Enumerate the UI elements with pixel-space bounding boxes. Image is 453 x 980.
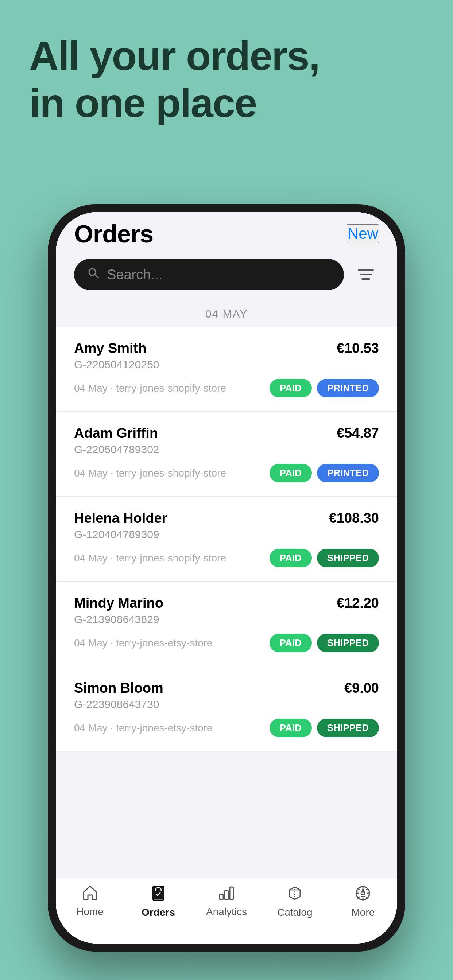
order-date-store: 04 May · terry-jones-shopify-store <box>74 552 226 564</box>
search-bar[interactable]: Search... <box>74 259 344 290</box>
order-date-store: 04 May · terry-jones-shopify-store <box>74 468 226 479</box>
order-tags: PAID SHIPPED <box>270 719 379 737</box>
nav-analytics-label: Analytics <box>206 906 247 918</box>
order-name: Adam Griffin <box>74 425 158 441</box>
svg-rect-6 <box>230 887 233 899</box>
paid-tag: PAID <box>270 549 312 567</box>
order-amount: €54.87 <box>337 425 379 441</box>
home-icon <box>82 885 99 902</box>
orders-list: Amy Smith €10.53 G-220504120250 04 May ·… <box>56 327 397 751</box>
order-meta: 04 May · terry-jones-shopify-store PAID … <box>74 379 379 398</box>
phone-screen: 9:41 <box>56 212 397 943</box>
printed-tag: PRINTED <box>317 464 379 482</box>
order-meta: 04 May · terry-jones-shopify-store PAID … <box>74 464 379 482</box>
order-amount: €108.30 <box>329 511 379 526</box>
order-item[interactable]: Amy Smith €10.53 G-220504120250 04 May ·… <box>56 327 397 412</box>
filter-button[interactable] <box>353 261 379 288</box>
svg-rect-3 <box>152 887 164 899</box>
paid-tag: PAID <box>270 634 312 652</box>
order-tags: PAID PRINTED <box>270 379 379 398</box>
phone-mockup: 9:41 <box>48 204 405 951</box>
order-tags: PAID SHIPPED <box>270 549 379 567</box>
shipped-tag: SHIPPED <box>317 549 379 567</box>
date-divider: 04 MAY <box>56 301 397 327</box>
order-id: G-120404789309 <box>74 528 379 541</box>
nav-orders-label: Orders <box>142 907 175 918</box>
orders-icon <box>150 885 167 903</box>
order-meta: 04 May · terry-jones-shopify-store PAID … <box>74 549 379 567</box>
paid-tag: PAID <box>270 464 312 482</box>
order-date-store: 04 May · terry-jones-shopify-store <box>74 382 226 394</box>
order-amount: €12.20 <box>337 595 379 611</box>
order-item[interactable]: Helena Holder €108.30 G-120404789309 04 … <box>56 496 397 582</box>
scroll-area[interactable]: Orders New Search... <box>56 212 397 878</box>
shipped-tag: SHIPPED <box>317 719 379 737</box>
order-name: Simon Bloom <box>74 680 163 696</box>
order-tags: PAID PRINTED <box>270 464 379 482</box>
nav-more[interactable]: More <box>329 885 397 918</box>
search-input: Search... <box>107 267 162 283</box>
svg-line-1 <box>95 275 98 278</box>
nav-home[interactable]: Home <box>56 885 124 918</box>
order-tags: PAID SHIPPED <box>270 634 379 652</box>
svg-point-8 <box>362 889 364 891</box>
order-name: Amy Smith <box>74 340 146 356</box>
order-amount: €10.53 <box>337 340 379 356</box>
more-icon <box>354 885 371 903</box>
nav-catalog-label: Catalog <box>277 907 313 918</box>
order-id: G-223908643730 <box>74 698 379 711</box>
order-name: Mindy Marino <box>74 595 163 611</box>
order-name: Helena Holder <box>74 511 167 526</box>
hero-title: All your orders, in one place <box>29 33 319 127</box>
new-button[interactable]: New <box>347 224 379 243</box>
order-item[interactable]: Mindy Marino €12.20 G-213908643829 04 Ma… <box>56 582 397 667</box>
analytics-icon <box>218 885 235 902</box>
search-section: Search... <box>56 259 397 301</box>
page-title: Orders <box>74 220 153 248</box>
phone-outer: 9:41 <box>48 204 405 951</box>
shipped-tag: SHIPPED <box>317 634 379 652</box>
order-id: G-220504789302 <box>74 443 379 456</box>
nav-home-label: Home <box>76 906 104 918</box>
catalog-icon <box>286 885 303 903</box>
hero-section: All your orders, in one place <box>29 33 319 127</box>
order-id: G-213908643829 <box>74 613 379 625</box>
nav-catalog[interactable]: Catalog <box>261 885 329 918</box>
order-date-store: 04 May · terry-jones-etsy-store <box>74 722 213 734</box>
paid-tag: PAID <box>270 719 312 737</box>
order-id: G-220504120250 <box>74 358 379 371</box>
order-date-store: 04 May · terry-jones-etsy-store <box>74 637 213 649</box>
paid-tag: PAID <box>270 379 312 398</box>
order-meta: 04 May · terry-jones-etsy-store PAID SHI… <box>74 719 379 737</box>
order-item[interactable]: Simon Bloom €9.00 G-223908643730 04 May … <box>56 667 397 751</box>
svg-rect-5 <box>225 891 228 899</box>
order-amount: €9.00 <box>344 680 379 696</box>
search-icon <box>87 267 100 282</box>
app-header: Orders New <box>56 212 397 259</box>
order-meta: 04 May · terry-jones-etsy-store PAID SHI… <box>74 634 379 652</box>
nav-orders[interactable]: Orders <box>124 885 192 918</box>
svg-rect-4 <box>220 894 223 899</box>
order-item[interactable]: Adam Griffin €54.87 G-220504789302 04 Ma… <box>56 412 397 496</box>
bottom-nav: Home <box>56 878 397 943</box>
nav-more-label: More <box>352 907 375 918</box>
printed-tag: PRINTED <box>317 379 379 398</box>
nav-analytics[interactable]: Analytics <box>192 885 260 918</box>
